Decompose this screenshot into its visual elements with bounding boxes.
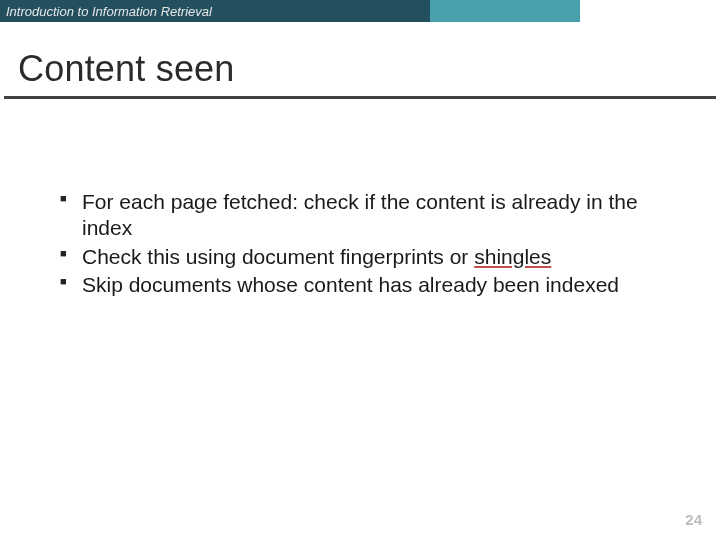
list-item: Skip documents whose content has already… [60, 272, 660, 298]
header-dark-segment: Introduction to Information Retrieval [0, 0, 430, 22]
bullet-link: shingles [474, 245, 551, 268]
bullet-text: Check this using document fingerprints o… [82, 245, 474, 268]
header-bar: Introduction to Information Retrieval [0, 0, 720, 22]
bullet-text: Skip documents whose content has already… [82, 273, 619, 296]
slide-body: For each page fetched: check if the cont… [60, 189, 660, 298]
title-block: Content seen [18, 48, 720, 90]
course-title: Introduction to Information Retrieval [6, 4, 212, 19]
bullet-text: For each page fetched: check if the cont… [82, 190, 638, 239]
list-item: Check this using document fingerprints o… [60, 244, 660, 270]
page-number: 24 [685, 511, 702, 528]
header-light-segment [430, 0, 580, 22]
list-item: For each page fetched: check if the cont… [60, 189, 660, 242]
bullet-list: For each page fetched: check if the cont… [60, 189, 660, 298]
title-underline [4, 96, 716, 99]
slide-title: Content seen [18, 48, 720, 90]
